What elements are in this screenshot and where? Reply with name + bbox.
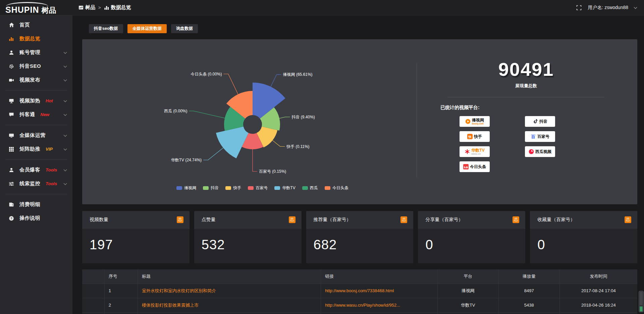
top-bar: SHUPIN 树品 树品>数据总览 用户名: zswodun88 — [0, 0, 644, 15]
legend-item-抖音[interactable]: 抖音 — [203, 185, 219, 191]
summary-panel: 90491 展现量总数 已统计的视频平台: 播视网boosj.com抖音快快手百… — [424, 60, 628, 172]
platform-name: 百家号 — [537, 135, 549, 139]
sidebar-item-badge: Tools — [46, 167, 57, 172]
chevron-down-icon — [64, 64, 67, 67]
chevron-down-icon — [64, 181, 67, 185]
stat-card-title: 收藏量（百家号） — [537, 217, 575, 223]
grid-icon — [9, 147, 15, 152]
legend-item-快手[interactable]: 快手 — [225, 185, 241, 191]
stat-total-badge: 总 — [289, 216, 296, 223]
sidebar-item-member-baoke[interactable]: 会员爆客Tools — [0, 163, 72, 177]
sidebar-item-help[interactable]: ?操作说明 — [0, 211, 72, 225]
summary-divider — [448, 97, 604, 97]
sidebar-item-matrix-boost[interactable]: 矩阵助推VIP — [0, 142, 72, 156]
video-title-link[interactable]: 楼体投影灯投影效果震撼上市 — [142, 303, 199, 308]
wasu-logo-icon — [465, 149, 470, 154]
pie-label: 华数TV (24.74%) — [171, 158, 202, 162]
stat-card-header: 分享量（百家号）总 — [418, 211, 525, 228]
stat-card-value: 0 — [530, 228, 637, 252]
sidebar-item-label: 操作说明 — [19, 215, 40, 221]
stat-card-like-count: 点赞量总532 — [194, 211, 302, 263]
sidebar-item-media-operation[interactable]: 全媒体运营 — [0, 128, 72, 142]
scrollbar-thumb[interactable] — [640, 292, 643, 305]
sidebar-item-clue-monitor[interactable]: 线索监控Tools — [0, 177, 72, 191]
home-icon — [9, 22, 15, 28]
sidebar-item-account-manage[interactable]: 账号管理 — [0, 46, 72, 59]
platform-subtext: wasu.cn — [471, 153, 484, 155]
tab-douyin-seo-data[interactable]: 抖音seo数据 — [89, 24, 123, 33]
baijiahao-logo-icon: 百 — [531, 134, 536, 139]
stat-card-title: 分享量（百家号） — [425, 217, 463, 223]
stat-card-recommend-count: 推荐量（百家号）总682 — [306, 211, 414, 263]
video-url-link[interactable]: http://www.boosj.com/7338468.html — [325, 288, 394, 293]
breadcrumb-item-data-overview[interactable]: 数据总览 — [104, 4, 131, 11]
chevron-down-icon[interactable] — [634, 5, 637, 9]
video-table: 序号标题链接平台播放量发布时间 1室外水纹灯和室内水纹灯的区别和简介http:/… — [82, 269, 637, 314]
legend-label: 快手 — [233, 185, 241, 191]
cell-platform: 华数TV — [437, 298, 498, 312]
overview-chart-panel: 播视网 (65.61%)抖音 (9.40%)快手 (0.11%)百家号 (0.1… — [82, 39, 637, 204]
sidebar-item-label: 首页 — [19, 22, 30, 28]
stat-card-value: 197 — [82, 228, 190, 252]
legend-item-播视网[interactable]: 播视网 — [176, 185, 196, 191]
tab-inquiry-data[interactable]: 询盘数据 — [171, 24, 198, 33]
legend-label: 百家号 — [256, 185, 268, 191]
cell-platform: 播视网 — [437, 283, 498, 298]
legend-item-今日头条[interactable]: 今日头条 — [325, 185, 348, 191]
pie-label: 今日头条 (0.00%) — [191, 72, 222, 76]
sidebar-item-consume-detail[interactable]: 消费明细 — [0, 198, 72, 211]
legend-item-西瓜[interactable]: 西瓜 — [302, 185, 318, 191]
stat-card-favorite-count: 收藏量（百家号）总0 — [530, 211, 637, 263]
screen-icon — [9, 133, 15, 138]
username-label[interactable]: 用户名: zswodun88 — [588, 5, 628, 11]
stat-cards-row: 视频数量总197点赞量总532推荐量（百家号）总682分享量（百家号）总0收藏量… — [82, 211, 637, 263]
video-title-link[interactable]: 室外水纹灯和室内水纹灯的区别和简介 — [142, 288, 216, 293]
legend-swatch — [302, 186, 308, 190]
tab-media-operation-data[interactable]: 全媒体运营数据 — [127, 24, 167, 33]
video-url-link[interactable]: http://www.wasu.cn/Play/show/id/952... — [325, 303, 400, 308]
breadcrumb-item-shupin[interactable]: 树品 — [78, 4, 95, 11]
platform-name: 华数TV — [471, 148, 484, 152]
stat-total-badge: 总 — [400, 216, 407, 223]
sidebar-item-video-heat[interactable]: 视频加热Hot — [0, 94, 72, 108]
pie-label: 抖音 (9.40%) — [291, 115, 315, 119]
sidebar-item-label: 视频加热 — [19, 98, 40, 104]
sidebar-item-douyin-seo[interactable]: 抖音SEO — [0, 59, 72, 73]
pie-label-line — [203, 148, 223, 160]
data-tabs: 抖音seo数据全媒体运营数据询盘数据 — [89, 24, 637, 33]
sidebar-item-data-overview[interactable]: 数据总览 — [0, 32, 72, 46]
user-icon — [9, 50, 15, 55]
douyin-logo-icon — [533, 119, 538, 124]
sidebar-item-home[interactable]: 首页 — [0, 18, 72, 32]
stat-total-badge: 总 — [177, 216, 183, 223]
breadcrumb-label: 数据总览 — [111, 4, 131, 11]
pie-slice-华数TV[interactable] — [216, 126, 249, 158]
sidebar-divider — [5, 90, 67, 91]
legend-item-华数TV[interactable]: 华数TV — [274, 185, 295, 191]
platform-card-toutiao: 头条今日头条 — [460, 161, 490, 172]
pie-label-line — [279, 117, 290, 118]
cell-time: 2017-08-24 17:04 — [559, 283, 637, 298]
stat-card-title: 推荐量（百家号） — [314, 217, 351, 223]
page-scrollbar-widget[interactable] — [639, 291, 644, 312]
sidebar-item-badge: Hot — [46, 98, 53, 103]
fullscreen-icon[interactable] — [576, 5, 582, 10]
photo-icon — [78, 5, 84, 10]
sidebar-item-label: 矩阵助推 — [19, 146, 40, 152]
stat-card-header: 收藏量（百家号）总 — [530, 211, 637, 228]
sidebar-menu: 首页数据总览账号管理抖音SEO视频发布视频加热Hot抖客通New全媒体运营矩阵助… — [0, 15, 72, 314]
help-icon: ? — [9, 216, 15, 221]
platform-card-douyin: 抖音 — [525, 116, 555, 127]
panel-divider — [417, 63, 417, 177]
sidebar-item-douketong[interactable]: 抖客通New — [0, 108, 72, 121]
impressions-total-value: 90491 — [424, 60, 628, 79]
stat-card-value: 682 — [306, 228, 414, 252]
sidebar-item-video-publish[interactable]: 视频发布 — [0, 73, 72, 87]
legend-label: 西瓜 — [310, 185, 318, 191]
logo-text-cn: 树品 — [41, 7, 56, 14]
stat-card-header: 推荐量（百家号）总 — [306, 211, 414, 228]
legend-label: 华数TV — [282, 185, 295, 191]
legend-swatch — [248, 186, 254, 190]
platform-name: 西瓜视频 — [535, 150, 551, 154]
legend-item-百家号[interactable]: 百家号 — [248, 185, 268, 191]
